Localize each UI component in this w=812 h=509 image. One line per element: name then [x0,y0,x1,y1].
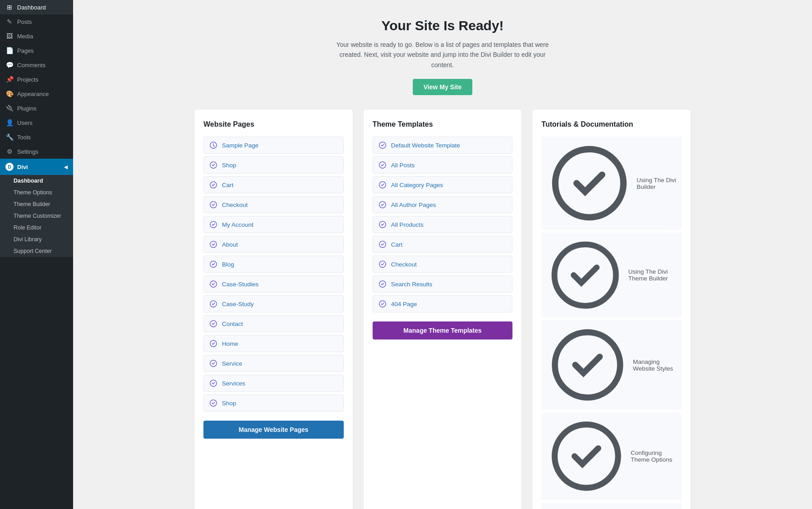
website-pages-card: Website Pages Sample Page Shop Cart Chec… [194,110,353,509]
pages-icon: 📄 [5,47,14,54]
view-site-button[interactable]: View My Site [413,79,473,95]
list-item[interactable]: Checkout [373,256,513,273]
list-item[interactable]: About [203,236,344,253]
list-item[interactable]: Service [203,355,344,372]
sidebar-sub-item-support-center[interactable]: Support Center [0,245,73,257]
list-item[interactable]: Case-Studies [203,275,344,293]
sidebar-item-dashboard[interactable]: ⊞ Dashboard [0,0,73,14]
list-item[interactable]: All Author Pages [373,196,513,213]
list-item[interactable]: Shop [203,394,344,412]
sidebar-item-users[interactable]: 👤 Users [0,115,73,130]
list-item[interactable]: 404 Page [373,295,513,312]
divi-logo-icon: D [5,163,14,171]
tutorials-heading: Tutorials & Documentation [541,120,682,128]
tutorial-item[interactable]: Using The Divi Library [541,503,682,509]
list-item[interactable]: Cart [203,176,344,193]
sidebar-sub-item-dashboard[interactable]: Dashboard [0,175,73,187]
sidebar-item-media[interactable]: 🖼 Media [0,29,73,43]
list-item[interactable]: Contact [203,315,344,332]
list-item[interactable]: My Account [203,216,344,233]
page-header: Your Site Is Ready! Your website is read… [91,18,794,95]
tutorials-card: Tutorials & Documentation Using The Divi… [532,110,691,509]
tutorial-item[interactable]: Using The Divi Builder [541,137,682,230]
settings-icon: ⚙ [5,148,14,155]
content-columns: Website Pages Sample Page Shop Cart Chec… [194,110,691,509]
sidebar-sub-item-theme-builder[interactable]: Theme Builder [0,198,73,210]
sidebar-item-appearance[interactable]: 🎨 Appearance [0,87,73,101]
users-icon: 👤 [5,119,14,126]
comments-icon: 💬 [5,61,14,69]
sidebar-item-pages[interactable]: 📄 Pages [0,43,73,58]
appearance-icon: 🎨 [5,90,14,97]
sidebar-item-divi[interactable]: D Divi ◀ [0,159,73,175]
sidebar-sub-item-role-editor[interactable]: Role Editor [0,222,73,234]
manage-theme-templates-button[interactable]: Manage Theme Templates [373,321,513,339]
list-item[interactable]: Cart [373,236,513,253]
sidebar-sub-item-divi-library[interactable]: Divi Library [0,234,73,245]
sidebar-sub-item-theme-customizer[interactable]: Theme Customizer [0,210,73,222]
divi-arrow-icon: ◀ [64,165,68,170]
dashboard-icon: ⊞ [5,4,14,11]
tutorial-item[interactable]: Managing Website Styles [541,320,682,410]
sidebar-divi-submenu: Dashboard Theme Options Theme Builder Th… [0,175,73,257]
theme-templates-card: Theme Templates Default Website Template… [364,110,522,509]
tools-icon: 🔧 [5,133,14,141]
list-item[interactable]: Sample Page [203,137,344,154]
sidebar-item-comments[interactable]: 💬 Comments [0,58,73,72]
sidebar: ⊞ Dashboard ✎ Posts 🖼 Media 📄 Pages 💬 Co… [0,0,73,509]
sidebar-item-tools[interactable]: 🔧 Tools [0,130,73,144]
page-title: Your Site Is Ready! [91,18,794,33]
list-item[interactable]: Default Website Template [373,137,513,154]
sidebar-item-settings[interactable]: ⚙ Settings [0,144,73,159]
list-item[interactable]: All Posts [373,156,513,174]
tutorial-item[interactable]: Configuring Theme Options [541,413,682,500]
list-item[interactable]: All Category Pages [373,176,513,193]
list-item[interactable]: Shop [203,156,344,174]
tutorial-item[interactable]: Using The Divi Theme Builder [541,233,682,317]
posts-icon: ✎ [5,18,14,25]
list-item[interactable]: Home [203,335,344,352]
sidebar-item-posts[interactable]: ✎ Posts [0,14,73,29]
main-content: Your Site Is Ready! Your website is read… [73,0,812,509]
list-item[interactable]: Checkout [203,196,344,213]
list-item[interactable]: All Products [373,216,513,233]
projects-icon: 📌 [5,76,14,83]
plugins-icon: 🔌 [5,105,14,112]
website-pages-heading: Website Pages [203,120,344,128]
manage-website-pages-button[interactable]: Manage Website Pages [203,421,344,439]
theme-templates-heading: Theme Templates [373,120,513,128]
list-item[interactable]: Case-Study [203,295,344,312]
media-icon: 🖼 [5,32,14,40]
list-item[interactable]: Blog [203,256,344,273]
sidebar-item-plugins[interactable]: 🔌 Plugins [0,101,73,115]
sidebar-sub-item-theme-options[interactable]: Theme Options [0,187,73,198]
list-item[interactable]: Services [203,375,344,392]
page-subtitle: Your website is ready to go. Below is a … [334,40,551,70]
list-item[interactable]: Search Results [373,275,513,293]
sidebar-item-projects[interactable]: 📌 Projects [0,72,73,87]
